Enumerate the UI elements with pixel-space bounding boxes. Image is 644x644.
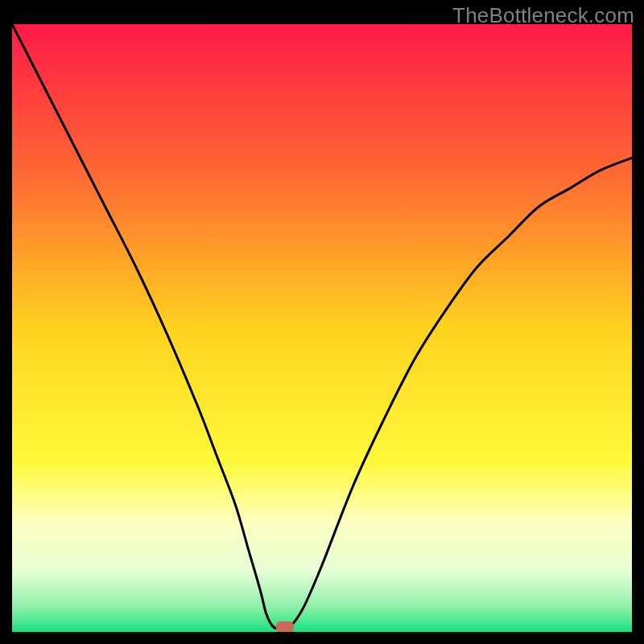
chart-svg (12, 24, 632, 632)
optimal-marker (276, 621, 294, 632)
chart-frame: TheBottleneck.com (0, 0, 644, 644)
attribution-text: TheBottleneck.com (452, 3, 634, 28)
plot-area (12, 24, 632, 632)
gradient-rect (12, 24, 632, 632)
